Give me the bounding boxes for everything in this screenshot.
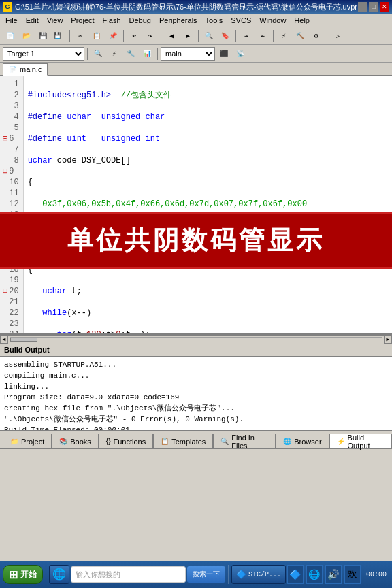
editor-tab-bar: 📄 main.c [0, 63, 392, 76]
build-all-button[interactable]: ⚡ [276, 29, 291, 44]
app-icon: G [3, 2, 12, 12]
horizontal-scrollbar[interactable]: ◀ ▶ [0, 335, 392, 343]
minimize-button[interactable]: ─ [358, 2, 368, 12]
output-content: assembling STARTUP.A51... compiling main… [0, 357, 392, 431]
code-line-11: while(x--) [28, 308, 388, 318]
btab-find[interactable]: 🔍 Find In Files [213, 434, 276, 448]
output-panel: Build Output assembling STARTUP.A51... c… [0, 343, 392, 431]
separator-6 [273, 30, 274, 42]
bottom-tab-bar: 📁 Project 📚 Books {} Functions 📋 Templat… [0, 431, 392, 449]
menu-window[interactable]: Window [255, 15, 290, 26]
scroll-right-button[interactable]: ▶ [384, 336, 392, 344]
banner-overlay: 单位共阴数码管显示 [0, 212, 392, 269]
menu-edit[interactable]: Edit [22, 15, 43, 26]
tab-main-c[interactable]: 📄 main.c [3, 63, 48, 76]
windows-logo-icon: ⊞ [9, 568, 18, 581]
separator-3 [161, 30, 161, 42]
debug-button[interactable]: ▷ [330, 29, 345, 44]
code-editor[interactable]: 1 2 3 4 5 ⊟6 7 8 ⊟9 10 11 12 13 14 15 16… [0, 76, 392, 335]
code-content[interactable]: #include<reg51.h> //包含头文件 #define uchar … [24, 76, 392, 333]
window-controls: ─ □ ✕ [358, 2, 389, 12]
ie-icon: 🌐 [52, 568, 66, 581]
find-button[interactable]: 🔍 [201, 29, 216, 44]
code-line-6: 0x3f,0x06,0x5b,0x4f,0x66,0x6d,0x7d,0x07,… [28, 199, 388, 210]
menu-tools[interactable]: Tools [201, 15, 227, 26]
menu-peripherals[interactable]: Peripherals [155, 15, 201, 26]
options-button[interactable]: ⚙ [309, 29, 324, 44]
tray-icon-4[interactable]: 欢 [344, 565, 361, 584]
toolbar-1: 📄 📂 💾 💾+ ✂ 📋 📌 ↶ ↷ ◀ ▶ 🔍 🔖 ⇥ ⇤ ⚡ 🔨 ⚙ ▷ [0, 27, 392, 45]
btab-books[interactable]: 📚 Books [52, 434, 99, 448]
separator-7 [327, 30, 327, 42]
output-line-5: creating hex file from ".\Objects\微信公众号电… [4, 403, 388, 414]
code-line-4: uchar code DSY_CODE[]= [28, 155, 388, 166]
open-button[interactable]: 📂 [19, 29, 34, 44]
code-line-1: #include<reg51.h> //包含头文件 [28, 90, 388, 101]
title-bar: G G:\51单片机短视频讲解\76-单位共阴数码管显示\76-单位共阴数码管显… [0, 0, 392, 14]
toolbar-btn-b[interactable]: ⚡ [107, 46, 122, 61]
target-select[interactable]: Target 1 [3, 47, 84, 61]
close-button[interactable]: ✕ [380, 2, 389, 12]
save-all-button[interactable]: 💾+ [52, 29, 67, 44]
save-button[interactable]: 💾 [35, 29, 50, 44]
main-select[interactable]: main [161, 47, 215, 61]
start-button[interactable]: ⊞ 开始 [3, 565, 43, 584]
toolbar-btn-c[interactable]: 🔧 [123, 46, 138, 61]
menu-debug[interactable]: Debug [125, 15, 155, 26]
copy-button[interactable]: 📋 [89, 29, 104, 44]
templates-icon: 📋 [161, 438, 169, 445]
ie-button[interactable]: 🌐 [49, 565, 69, 584]
indent-button[interactable]: ⇥ [239, 29, 254, 44]
search-bar[interactable]: 输入你想搜的 [71, 566, 186, 583]
undo-button[interactable]: ↶ [127, 29, 142, 44]
redo-button[interactable]: ↷ [143, 29, 158, 44]
code-line-2: #define uchar unsigned char [28, 112, 388, 122]
btab-buildoutput[interactable]: ⚡ Build Output [329, 434, 392, 448]
toolbar-btn-d[interactable]: 📊 [140, 46, 154, 61]
scroll-thumb[interactable] [10, 338, 37, 342]
maximize-button[interactable]: □ [369, 2, 378, 12]
tray-icon-2[interactable]: 🌐 [306, 565, 323, 584]
bookmark-button[interactable]: 🔖 [218, 29, 233, 44]
taskbar-stc[interactable]: 🔷 STC/P... [231, 565, 286, 584]
menu-flash[interactable]: Flash [99, 15, 125, 26]
separator-t2 [157, 48, 158, 60]
search-button[interactable]: 搜索一下 [187, 566, 225, 583]
scroll-left-button[interactable]: ◀ [0, 336, 8, 344]
toolbar-btn-f[interactable]: 📡 [233, 46, 248, 61]
stc-icon: 🔷 [236, 570, 246, 580]
btab-functions[interactable]: {} Functions [99, 434, 153, 448]
toolbar-btn-a[interactable]: 🔍 [91, 46, 105, 61]
rebuild-button[interactable]: 🔨 [293, 29, 308, 44]
output-line-4: Program Size: data=9.0 xdata=0 code=169 [4, 392, 388, 403]
btab-browser[interactable]: 🌐 Browser [276, 434, 329, 448]
code-area: 1 2 3 4 5 ⊟6 7 8 ⊟9 10 11 12 13 14 15 16… [0, 76, 392, 333]
scroll-track[interactable] [10, 337, 382, 342]
menu-project[interactable]: Project [67, 15, 98, 26]
paste-button[interactable]: 📌 [105, 29, 120, 44]
toolbar-2: Target 1 🔍 ⚡ 🔧 📊 main ⬛ 📡 [0, 45, 392, 63]
cut-button[interactable]: ✂ [73, 29, 88, 44]
menu-view[interactable]: View [43, 15, 67, 26]
separator-2 [123, 30, 124, 42]
nav-back[interactable]: ◀ [164, 29, 179, 44]
build-icon: ⚡ [337, 438, 345, 445]
menu-help[interactable]: Help [290, 15, 314, 26]
taskbar-sep-1 [46, 565, 46, 584]
btab-project[interactable]: 📁 Project [3, 434, 52, 448]
menu-file[interactable]: File [1, 15, 22, 26]
menu-svcs[interactable]: SVCS [227, 15, 255, 26]
tray-icon-3[interactable]: 🔊 [325, 565, 342, 584]
output-line-1: assembling STARTUP.A51... [4, 359, 388, 370]
code-line-10: uchar t; [28, 286, 388, 297]
separator-1 [69, 30, 70, 42]
nav-fwd[interactable]: ▶ [180, 29, 195, 44]
tray-icon-1[interactable]: 🔷 [287, 565, 304, 584]
outdent-button[interactable]: ⇤ [255, 29, 270, 44]
output-line-3: linking... [4, 381, 388, 392]
separator-t1 [87, 48, 88, 60]
btab-templates[interactable]: 📋 Templates [153, 434, 213, 448]
code-line-12: for(t=120;t>0;t--); [28, 329, 388, 333]
new-button[interactable]: 📄 [3, 29, 18, 44]
toolbar-btn-e[interactable]: ⬛ [216, 46, 231, 61]
